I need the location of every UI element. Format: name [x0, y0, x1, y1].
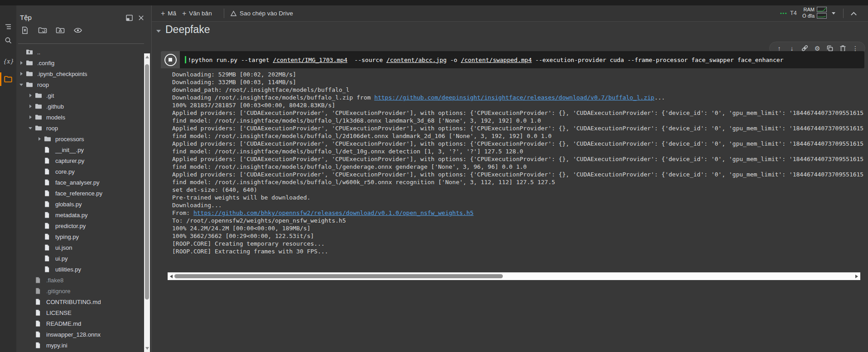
- folder-icon: [25, 81, 34, 88]
- tree-file-row[interactable]: .flake8: [16, 275, 144, 285]
- tree-folder-row[interactable]: ..: [16, 47, 144, 57]
- upload-file-icon[interactable]: [20, 25, 30, 35]
- scroll-down-arrow-icon[interactable]: [145, 347, 149, 350]
- tree-file-row[interactable]: inswapper_128.onnx: [16, 329, 144, 340]
- tree-file-row[interactable]: mypy.ini: [16, 340, 144, 351]
- tree-file-row[interactable]: LICENSE: [16, 307, 144, 318]
- mount-drive-icon[interactable]: [55, 25, 65, 35]
- rail-code-snippets-icon[interactable]: {x}: [0, 54, 16, 68]
- toolbar-divider: [18, 43, 144, 44]
- folder-icon: [34, 92, 43, 99]
- close-panel-icon[interactable]: [136, 13, 146, 23]
- tree-file-row[interactable]: core.py: [16, 166, 144, 177]
- chevron-right-icon[interactable]: [26, 105, 34, 108]
- tree-folder-row[interactable]: .git: [16, 90, 144, 101]
- output-segment: find model: /root/.insightface/models/bu…: [172, 117, 541, 124]
- tree-file-row[interactable]: ui.json: [16, 242, 144, 253]
- scroll-left-arrow-icon[interactable]: [170, 275, 173, 278]
- output-segment: download_path: /root/.insightface/models…: [172, 86, 349, 93]
- panel-layout-icon[interactable]: [124, 13, 134, 23]
- file-icon: [34, 309, 43, 316]
- tree-folder-row[interactable]: roop: [16, 79, 144, 90]
- chevron-right-icon[interactable]: [26, 94, 34, 97]
- file-icon: [43, 222, 53, 229]
- tree-item-label: __init__.py: [55, 147, 84, 153]
- tree-item-label: predictor.py: [55, 223, 86, 229]
- tree-file-row[interactable]: metadata.py: [16, 209, 144, 220]
- rail-table-of-contents-icon[interactable]: [0, 20, 16, 33]
- file-path-link[interactable]: /content/IMG_1703.mp4: [273, 57, 347, 63]
- output-line: find model: /root/.insightface/models/bu…: [172, 178, 864, 186]
- tree-item-label: models: [46, 114, 65, 121]
- output-line: download_path: /root/.insightface/models…: [172, 86, 864, 94]
- tree-folder-row[interactable]: .config: [16, 57, 144, 68]
- sidebar-scrollbar[interactable]: [144, 53, 150, 352]
- tree-folder-row[interactable]: .ipynb_checkpoints: [16, 68, 144, 79]
- toggle-hidden-files-icon[interactable]: [73, 25, 83, 35]
- tree-folder-row[interactable]: models: [16, 112, 144, 123]
- file-icon: [34, 276, 43, 284]
- sidebar-scrollbar-thumb[interactable]: [145, 64, 149, 300]
- output-scrollbar[interactable]: [168, 272, 860, 280]
- up-folder-icon: [25, 48, 34, 56]
- tree-file-row[interactable]: face_reference.py: [16, 188, 144, 199]
- output-scrollbar-thumb[interactable]: [174, 274, 503, 278]
- copy-to-drive-button[interactable]: Sao chép vào Drive: [230, 5, 293, 21]
- tree-item-label: utilities.py: [55, 266, 81, 273]
- output-line: 100% 3662/3662 [00:29<00:00, 122.53it/s]: [172, 232, 864, 240]
- code-line[interactable]: !python run.py --target /content/IMG_170…: [180, 51, 864, 68]
- tree-file-row[interactable]: globals.py: [16, 199, 144, 209]
- scroll-up-arrow-icon[interactable]: [145, 56, 149, 58]
- tree-folder-row[interactable]: processors: [16, 133, 144, 144]
- tree-file-row[interactable]: typing.py: [16, 231, 144, 242]
- output-segment: From:: [172, 209, 193, 216]
- tree-file-row[interactable]: .gitignore: [16, 285, 144, 296]
- tree-file-row[interactable]: __init__.py: [16, 144, 144, 155]
- tree-folder-row[interactable]: roop: [16, 123, 144, 133]
- file-path-link[interactable]: /content/swapped.mp4: [461, 57, 532, 63]
- output-line: Downloading: 529MB [00:02, 202MB/s]: [172, 71, 864, 78]
- output-line: 100% 24.2M/24.2M [00:00<00:00, 189MB/s]: [172, 224, 864, 232]
- section-title[interactable]: Deepfake: [165, 24, 210, 36]
- tree-file-row[interactable]: face_analyser.py: [16, 177, 144, 188]
- folder-icon: [34, 114, 43, 121]
- output-segment: [ROOP.CORE] Extracting frames with 30 FP…: [172, 248, 328, 255]
- tree-item-label: globals.py: [55, 201, 82, 208]
- tree-file-row[interactable]: capturer.py: [16, 155, 144, 166]
- tree-file-row[interactable]: README.md: [16, 318, 144, 329]
- resources-dropdown-icon[interactable]: [832, 12, 835, 14]
- chevron-right-icon[interactable]: [17, 61, 25, 65]
- tree-item-label: capturer.py: [55, 157, 84, 164]
- output-url-link[interactable]: https://github.com/deepinsight/insightfa…: [374, 94, 654, 101]
- file-icon: [43, 244, 53, 251]
- tree-file-row[interactable]: CONTRIBUTING.md: [16, 296, 144, 307]
- scroll-right-arrow-icon[interactable]: [855, 275, 858, 278]
- output-line: [ROOP.CORE] Extracting frames with 30 FP…: [172, 247, 864, 255]
- output-url-link[interactable]: https://github.com/bhky/opennsfw2/releas…: [193, 209, 473, 216]
- output-line: find model: /root/.insightface/models/bu…: [172, 147, 864, 155]
- tree-file-row[interactable]: predictor.py: [16, 220, 144, 231]
- collapse-header-button[interactable]: [850, 5, 858, 21]
- tree-file-row[interactable]: ui.py: [16, 253, 144, 264]
- chevron-down-icon[interactable]: [17, 84, 25, 86]
- ram-usage-sparkline: [817, 7, 827, 12]
- output-segment: find model: /root/.insightface/models/bu…: [172, 133, 551, 139]
- output-segment: To: /root/.opennsfw2/weights/open_nsfw_w…: [172, 217, 346, 224]
- active-rail-indicator: [0, 72, 1, 86]
- add-code-cell-button[interactable]: + Mã: [161, 5, 176, 21]
- chevron-right-icon[interactable]: [17, 72, 25, 76]
- output-segment: Downloading /root/.insightface/models/bu…: [172, 94, 374, 101]
- chevron-right-icon[interactable]: [26, 115, 34, 119]
- rail-file-browser-icon[interactable]: [0, 72, 16, 86]
- stop-cell-button[interactable]: [161, 51, 180, 68]
- tree-file-row[interactable]: utilities.py: [16, 264, 144, 275]
- tree-item-label: CONTRIBUTING.md: [46, 299, 101, 305]
- add-text-cell-button[interactable]: + Văn bản: [182, 5, 212, 21]
- section-collapse-icon[interactable]: [156, 30, 161, 33]
- tree-folder-row[interactable]: .github: [16, 101, 144, 112]
- chevron-down-icon[interactable]: [26, 127, 34, 129]
- file-path-link[interactable]: /content/abcc.jpg: [386, 57, 447, 63]
- chevron-right-icon[interactable]: [35, 137, 43, 141]
- rail-search-icon[interactable]: [0, 33, 16, 47]
- refresh-folder-icon[interactable]: [38, 25, 48, 35]
